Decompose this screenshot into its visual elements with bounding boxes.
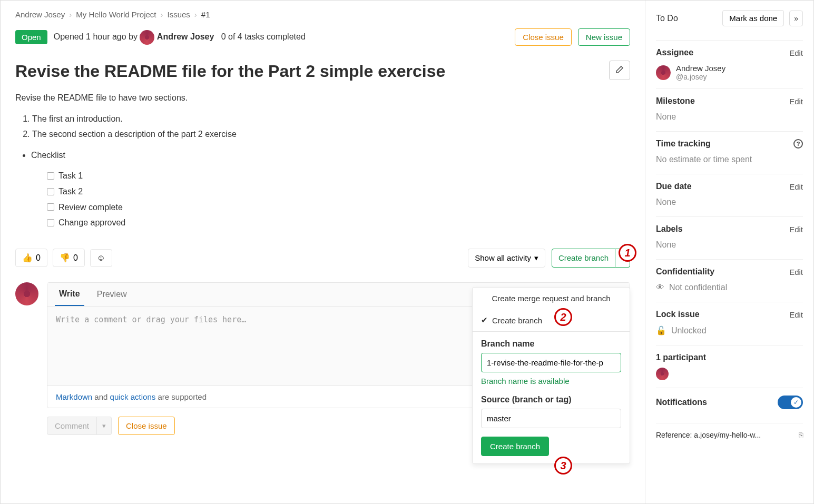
- collapse-sidebar-button[interactable]: »: [789, 11, 803, 26]
- list-item: The first an introduction.: [32, 112, 630, 126]
- notifications-toggle[interactable]: [778, 396, 803, 409]
- branch-name-label: Branch name: [481, 339, 621, 349]
- participant-avatar-icon[interactable]: [656, 368, 669, 380]
- milestone-value: None: [656, 112, 803, 122]
- breadcrumb-section[interactable]: Issues: [167, 10, 190, 19]
- time-tracking-label: Time tracking: [656, 139, 711, 149]
- assignee-name: Andrew Josey: [676, 64, 725, 73]
- thumbs-up-button[interactable]: 👍 0: [15, 249, 47, 267]
- source-input[interactable]: [481, 409, 621, 428]
- close-issue-button[interactable]: Close issue: [515, 28, 572, 46]
- close-issue-button-bottom[interactable]: Close issue: [118, 417, 175, 435]
- check-icon: ✔: [481, 315, 488, 325]
- checklist-item: Change approved: [47, 216, 630, 230]
- todo-label: To Do: [656, 14, 678, 23]
- due-date-label: Due date: [656, 182, 692, 191]
- annotation-3: 3: [554, 457, 572, 475]
- dd-create-branch-option[interactable]: ✔ Create branch: [473, 309, 630, 331]
- edit-assignee[interactable]: Edit: [789, 48, 803, 57]
- assignee-handle: @a.josey: [676, 73, 725, 81]
- status-badge: Open: [15, 30, 47, 44]
- lock-value: 🔓 Unlocked: [656, 325, 803, 335]
- create-branch-button[interactable]: Create branch: [552, 249, 615, 268]
- breadcrumb: Andrew Josey › My Hello World Project › …: [15, 10, 630, 19]
- edit-labels[interactable]: Edit: [789, 225, 803, 234]
- source-label: Source (branch or tag): [481, 395, 621, 404]
- participants-label: 1 participant: [656, 353, 803, 362]
- breadcrumb-id: #1: [201, 10, 210, 19]
- quick-actions-link[interactable]: quick actions: [110, 392, 156, 401]
- notifications-label: Notifications: [656, 398, 707, 407]
- time-tracking-value: No estimate or time spent: [656, 155, 803, 164]
- thumbs-down-button[interactable]: 👎 0: [53, 249, 85, 267]
- comment-dropdown-toggle: ▾: [97, 417, 112, 435]
- checkbox-icon[interactable]: [47, 203, 54, 211]
- author-avatar-icon: [140, 30, 154, 45]
- annotation-2: 2: [554, 308, 572, 326]
- copy-icon[interactable]: ⎘: [799, 431, 803, 439]
- create-branch-submit-button[interactable]: Create branch: [481, 437, 549, 456]
- checklist-item: Task 2: [47, 185, 630, 199]
- tab-write[interactable]: Write: [55, 283, 84, 306]
- checkbox-icon[interactable]: [47, 188, 54, 195]
- pencil-icon: [615, 65, 624, 74]
- markdown-link[interactable]: Markdown: [56, 392, 92, 401]
- author-name[interactable]: Andrew Josey: [157, 32, 214, 41]
- mark-done-button[interactable]: Mark as done: [722, 10, 784, 26]
- milestone-label: Milestone: [656, 96, 695, 106]
- emoji-picker-button[interactable]: ☺: [90, 249, 112, 267]
- chevron-down-icon: ▾: [534, 253, 538, 263]
- tab-preview[interactable]: Preview: [93, 283, 131, 305]
- dd-create-mr-option[interactable]: Create merge request and branch: [473, 288, 630, 309]
- annotation-1: 1: [619, 244, 636, 262]
- due-date-value: None: [656, 197, 803, 207]
- branch-available-text: Branch name is available: [481, 377, 621, 386]
- breadcrumb-owner[interactable]: Andrew Josey: [15, 10, 65, 19]
- checkbox-icon[interactable]: [47, 172, 54, 180]
- reference-text: Reference: a.josey/my-hello-w...: [656, 431, 761, 439]
- lock-open-icon: 🔓: [656, 326, 666, 335]
- labels-label: Labels: [656, 224, 683, 234]
- list-item: The second section a description of the …: [32, 127, 630, 141]
- create-branch-dropdown: Create merge request and branch ✔ Create…: [472, 287, 630, 464]
- smiley-icon: ☺: [97, 253, 105, 263]
- activity-filter-button[interactable]: Show all activity ▾: [468, 249, 545, 268]
- lock-issue-label: Lock issue: [656, 310, 700, 319]
- assignee-avatar-icon: [656, 65, 671, 80]
- checklist-item: Review complete: [47, 201, 630, 214]
- assignee-label: Assignee: [656, 48, 693, 57]
- labels-value: None: [656, 240, 803, 250]
- edit-lock[interactable]: Edit: [789, 310, 803, 319]
- branch-name-input[interactable]: [481, 353, 621, 372]
- confidentiality-value: 👁 Not confidential: [656, 283, 803, 292]
- breadcrumb-project[interactable]: My Hello World Project: [76, 10, 156, 19]
- checkbox-icon[interactable]: [47, 219, 54, 226]
- edit-due-date[interactable]: Edit: [789, 182, 803, 191]
- issue-description: Revise the README file to have two secti…: [15, 91, 630, 230]
- edit-milestone[interactable]: Edit: [789, 97, 803, 106]
- edit-title-button[interactable]: [609, 61, 630, 80]
- issue-title: Revise the README file for the Part 2 si…: [15, 61, 603, 82]
- confidentiality-label: Confidentiality: [656, 267, 714, 276]
- new-issue-button[interactable]: New issue: [578, 28, 630, 46]
- eye-icon: 👁: [656, 283, 664, 292]
- opened-info: Opened 1 hour ago by Andrew Josey 0 of 4…: [54, 30, 306, 45]
- current-user-avatar-icon: [15, 282, 38, 305]
- comment-button: Comment: [47, 417, 97, 435]
- checklist-item: Task 1: [47, 169, 630, 183]
- help-icon[interactable]: ?: [793, 139, 803, 149]
- edit-confidentiality[interactable]: Edit: [789, 268, 803, 276]
